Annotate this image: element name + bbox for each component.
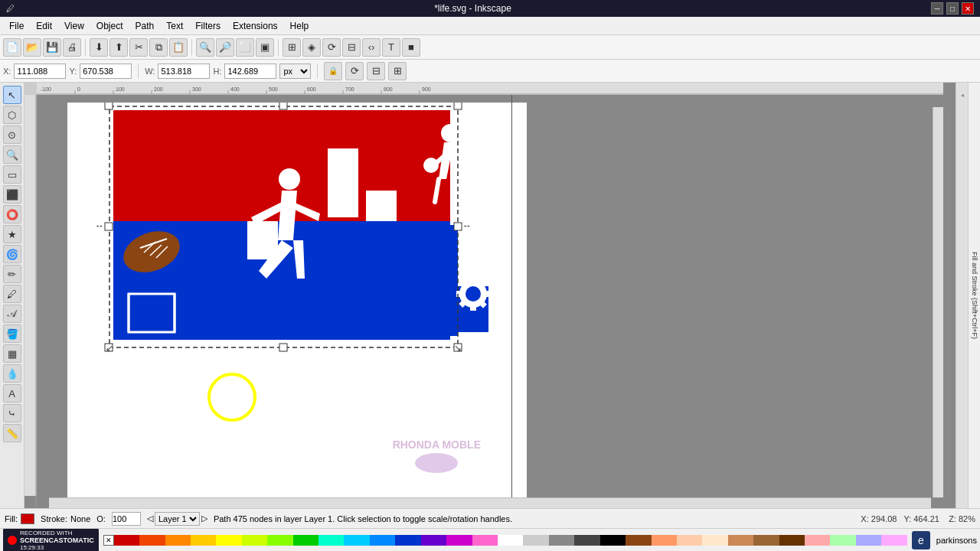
ungroup-button[interactable]: ⊞ xyxy=(283,38,301,57)
color-swatch[interactable] xyxy=(344,535,369,546)
node-tool[interactable]: ⬡ xyxy=(3,106,21,124)
connector-tool[interactable]: ⤷ xyxy=(3,404,21,422)
distribute-icon[interactable]: ⊞ xyxy=(388,62,407,80)
w-input[interactable] xyxy=(158,64,210,79)
menu-item-filters[interactable]: Filters xyxy=(189,19,227,33)
fill-stroke-panel[interactable]: Fill and Stroke (Shift+Ctrl+F) xyxy=(968,83,980,508)
color-swatch[interactable] xyxy=(805,535,830,546)
color-swatch[interactable] xyxy=(779,535,805,546)
color-swatch-green[interactable] xyxy=(293,535,318,546)
import-button[interactable]: ⬇ xyxy=(90,38,108,57)
unit-select[interactable]: pxmmin xyxy=(279,64,311,79)
menu-item-text[interactable]: Text xyxy=(160,19,189,33)
color-swatch[interactable] xyxy=(139,535,165,546)
color-swatch-blue[interactable] xyxy=(395,535,420,546)
star-tool[interactable]: ★ xyxy=(3,225,21,243)
x-input[interactable] xyxy=(14,64,66,79)
close-button[interactable]: ✕ xyxy=(962,2,974,15)
h-input[interactable] xyxy=(224,64,276,79)
spiral-tool[interactable]: 🌀 xyxy=(3,245,21,263)
dropper-tool[interactable]: 💧 xyxy=(3,364,21,383)
color-swatch[interactable] xyxy=(677,535,702,546)
open-button[interactable]: 📂 xyxy=(23,38,41,57)
calligraphy-tool[interactable]: 𝒜 xyxy=(3,305,21,323)
menu-item-extensions[interactable]: Extensions xyxy=(227,19,284,33)
menu-item-edit[interactable]: Edit xyxy=(30,19,58,33)
3d-box-tool[interactable]: ⬛ xyxy=(3,185,21,204)
zoom-in-button[interactable]: 🔎 xyxy=(216,38,234,57)
group-button[interactable]: ▣ xyxy=(256,38,274,57)
zoom-fit-button[interactable]: 🔍 xyxy=(196,38,214,57)
measure-tool[interactable]: 📏 xyxy=(3,424,21,442)
color-swatch[interactable] xyxy=(318,535,344,546)
color-swatch-white[interactable] xyxy=(498,535,523,546)
menu-item-file[interactable]: File xyxy=(3,19,30,33)
color-swatch[interactable] xyxy=(472,535,498,546)
browser-icon[interactable]: e xyxy=(912,531,930,549)
menu-item-view[interactable]: View xyxy=(58,19,90,33)
paste-button[interactable]: 📋 xyxy=(169,38,188,57)
window-controls[interactable]: ─ □ ✕ xyxy=(931,2,974,15)
minimize-button[interactable]: ─ xyxy=(931,2,943,15)
color-swatch[interactable] xyxy=(216,535,241,546)
text-tool[interactable]: A xyxy=(3,384,21,403)
color-swatch[interactable] xyxy=(242,535,267,546)
rectangle-tool[interactable]: ▭ xyxy=(3,165,21,184)
horizontal-scrollbar[interactable] xyxy=(49,497,931,508)
no-color-button[interactable]: ✕ xyxy=(103,535,114,546)
pen-tool[interactable]: 🖊 xyxy=(3,285,21,303)
cut-button[interactable]: ✂ xyxy=(129,38,148,57)
select-tool[interactable]: ↖ xyxy=(3,86,21,104)
restore-button[interactable]: □ xyxy=(946,2,959,15)
fill-swatch[interactable] xyxy=(21,514,34,524)
canvas-area[interactable]: -100 0 100 200 300 400 500 600 700 800 xyxy=(24,83,956,508)
zoom-tool[interactable]: 🔍 xyxy=(3,145,21,164)
color-swatch-red[interactable] xyxy=(114,535,139,546)
pencil-tool[interactable]: ✏ xyxy=(3,265,21,283)
gradient-tool[interactable]: ▦ xyxy=(3,344,21,363)
color-swatch[interactable] xyxy=(652,535,677,546)
layer-select[interactable]: Layer 1 xyxy=(155,512,200,526)
new-button[interactable]: 📄 xyxy=(3,38,21,57)
vertical-scrollbar[interactable] xyxy=(933,107,943,497)
opacity-input[interactable] xyxy=(112,512,141,526)
menu-item-path[interactable]: Path xyxy=(129,19,161,33)
color-swatch[interactable] xyxy=(421,535,446,546)
zoom-box-button[interactable]: ⬜ xyxy=(236,38,254,57)
color-swatch[interactable] xyxy=(753,535,779,546)
color-swatch[interactable] xyxy=(856,535,881,546)
canvas-viewport[interactable]: ↕ ↔ ↔ ↙ ↘ RHONDA MOBLE xyxy=(37,95,943,508)
color-swatch[interactable] xyxy=(446,535,472,546)
color-palette[interactable]: ✕ xyxy=(103,534,907,546)
ellipse-tool[interactable]: ⭕ xyxy=(3,205,21,223)
export-button[interactable]: ⬆ xyxy=(109,38,128,57)
transform-icon[interactable]: ⟳ xyxy=(345,62,364,80)
save-button[interactable]: 💾 xyxy=(43,38,61,57)
color-swatch-black[interactable] xyxy=(600,535,626,546)
color-swatch[interactable] xyxy=(626,535,651,546)
color-swatch[interactable] xyxy=(523,535,548,546)
color-swatch[interactable] xyxy=(165,535,191,546)
copy-button[interactable]: ⧉ xyxy=(149,38,168,57)
lock-aspect-icon[interactable]: 🔒 xyxy=(324,62,342,80)
color-swatch[interactable] xyxy=(728,535,753,546)
transform-button[interactable]: ⟳ xyxy=(322,38,341,57)
align-button[interactable]: ⊟ xyxy=(342,38,361,57)
align-icon[interactable]: ⊟ xyxy=(367,62,385,80)
menu-item-help[interactable]: Help xyxy=(284,19,315,33)
color-swatch[interactable] xyxy=(267,535,292,546)
color-swatch[interactable] xyxy=(370,535,395,546)
menu-item-object[interactable]: Object xyxy=(90,19,129,33)
y-input[interactable] xyxy=(80,64,132,79)
bucket-tool[interactable]: 🪣 xyxy=(3,324,21,343)
color-swatch[interactable] xyxy=(881,535,906,546)
color-swatch[interactable] xyxy=(191,535,216,546)
text-tool-tb-button[interactable]: T xyxy=(382,38,400,57)
xml-button[interactable]: ‹› xyxy=(362,38,381,57)
color-swatch[interactable] xyxy=(549,535,574,546)
print-button[interactable]: 🖨 xyxy=(63,38,81,57)
color-swatch[interactable] xyxy=(574,535,599,546)
nodes-button[interactable]: ◈ xyxy=(302,38,321,57)
fill-button[interactable]: ■ xyxy=(402,38,420,57)
color-swatch[interactable] xyxy=(830,535,855,546)
